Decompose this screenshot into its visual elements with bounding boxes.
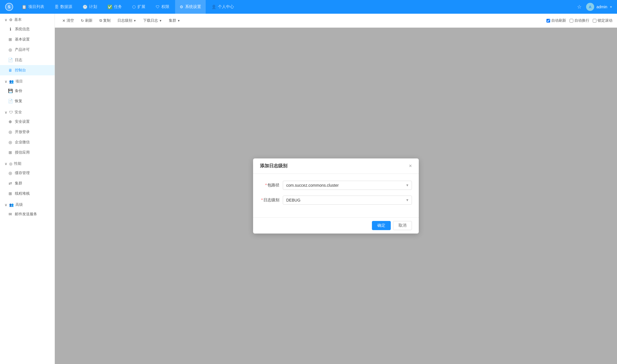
sidebar-item-label-security-settings: 安全设置 bbox=[15, 119, 30, 124]
sidebar-item-basic-settings[interactable]: ⊞ 基本设置 bbox=[0, 34, 55, 45]
sidebar-item-security-settings[interactable]: ⊕ 安全设置 bbox=[0, 116, 55, 127]
auto-switch-checkbox[interactable] bbox=[570, 19, 573, 23]
logo[interactable]: S bbox=[5, 2, 14, 11]
sidebar-item-log[interactable]: 📄 日志 bbox=[0, 55, 55, 65]
nav-label-extend: 扩展 bbox=[137, 4, 145, 9]
sidebar-group-advanced: ∨ 👥 高级 ✉ 邮件发送服务 bbox=[0, 199, 55, 219]
sidebar-item-console[interactable]: 🖥 控制台 bbox=[0, 65, 55, 75]
project-group-icon: 👥 bbox=[9, 79, 14, 84]
download-log-label: 下载日志 bbox=[143, 18, 158, 23]
backup-icon: 💾 bbox=[8, 89, 13, 93]
permission-icon: 🛡 bbox=[156, 5, 160, 9]
logo-icon: S bbox=[5, 3, 13, 11]
sidebar-item-label-trusted-app: 授信应用 bbox=[15, 150, 30, 155]
user-info[interactable]: A admin ▼ bbox=[586, 3, 612, 11]
log-level-dropdown-arrow: ▼ bbox=[133, 19, 136, 22]
sidebar-item-label-system-info: 系统信息 bbox=[15, 27, 30, 32]
username-label: admin bbox=[596, 5, 607, 9]
sidebar-item-open-login[interactable]: ◎ 开放登录 bbox=[0, 127, 55, 137]
sidebar-item-backup[interactable]: 💾 备份 bbox=[0, 86, 55, 96]
log-level-label: 日志级别 bbox=[117, 18, 132, 23]
nav-item-task[interactable]: ✅ 任务 bbox=[103, 0, 127, 14]
extend-icon: ⬡ bbox=[132, 5, 136, 9]
sidebar-item-label-cluster: 集群 bbox=[15, 181, 22, 186]
sidebar-group-title-advanced[interactable]: ∨ 👥 高级 bbox=[0, 199, 55, 209]
open-login-icon: ◎ bbox=[8, 130, 13, 134]
system-settings-icon: ⚙ bbox=[180, 5, 183, 9]
nav-item-system-settings[interactable]: ⚙ 系统设置 bbox=[175, 0, 206, 14]
nav-label-project-list: 项目列表 bbox=[28, 4, 44, 9]
add-log-level-modal: 添加日志级别 × *包路径 com.succez.common bbox=[253, 158, 419, 234]
log-level-dropdown-button[interactable]: 日志级别 ▼ bbox=[115, 17, 139, 25]
auto-switch-checkbox-item[interactable]: 自动换行 bbox=[570, 18, 589, 23]
main-layout: ∨ ⚙ 基本 ℹ 系统信息 ⊞ 基本设置 ◎ 产品许可 📄 日志 🖥 bbox=[0, 14, 617, 364]
cluster-dropdown-arrow: ▼ bbox=[177, 19, 180, 22]
sidebar-group-title-performance[interactable]: ∨ ◎ 性能 bbox=[0, 158, 55, 168]
sidebar-item-wechat[interactable]: ◎ 企业微信 bbox=[0, 137, 55, 147]
auto-refresh-checkbox-item[interactable]: 自动刷新 bbox=[546, 18, 566, 23]
sidebar-item-label-thread-stack: 线程堆栈 bbox=[15, 191, 30, 196]
package-path-select[interactable]: com.succez.commons.cluster bbox=[283, 181, 412, 190]
nav-item-plan[interactable]: 🕐 计划 bbox=[78, 0, 102, 14]
log-icon: 📄 bbox=[8, 58, 13, 62]
avatar: A bbox=[586, 3, 594, 11]
sidebar-group-title-security[interactable]: ∨ 🛡 安全 bbox=[0, 106, 55, 116]
advanced-group-label: 高级 bbox=[15, 202, 23, 207]
package-path-label: *包路径 bbox=[260, 183, 283, 188]
sidebar-item-label-open-login: 开放登录 bbox=[15, 129, 30, 134]
copy-icon: ⧉ bbox=[99, 18, 102, 23]
lock-scroll-checkbox-item[interactable]: 锁定滚动 bbox=[593, 18, 612, 23]
sidebar-group-security: ∨ 🛡 安全 ⊕ 安全设置 ◎ 开放登录 ◎ 企业微信 ⊞ 授信应用 bbox=[0, 106, 55, 158]
wechat-icon: ◎ bbox=[8, 140, 13, 144]
cluster-dropdown-button[interactable]: 集群 ▼ bbox=[166, 17, 183, 25]
sidebar-item-label-wechat: 企业微信 bbox=[15, 140, 30, 145]
modal-overlay: 添加日志级别 × *包路径 com.succez.common bbox=[55, 28, 617, 364]
sidebar-group-title-basic[interactable]: ∨ ⚙ 基本 bbox=[0, 14, 55, 24]
sidebar-item-mail[interactable]: ✉ 邮件发送服务 bbox=[0, 209, 55, 219]
modal-title: 添加日志级别 bbox=[260, 163, 287, 169]
security-group-icon: 🛡 bbox=[9, 110, 13, 114]
system-info-icon: ℹ bbox=[8, 27, 13, 31]
auto-refresh-checkbox[interactable] bbox=[546, 19, 550, 23]
nav-label-permission: 权限 bbox=[161, 4, 169, 9]
basic-group-icon: ⚙ bbox=[9, 18, 13, 22]
clear-label: 清空 bbox=[67, 18, 74, 23]
nav-item-personal[interactable]: 👤 个人中心 bbox=[207, 0, 239, 14]
arrow-down-icon-perf: ∨ bbox=[5, 162, 7, 166]
sidebar-item-cache[interactable]: ◎ 缓存管理 bbox=[0, 168, 55, 178]
basic-group-label: 基本 bbox=[14, 17, 22, 22]
auto-switch-label: 自动换行 bbox=[574, 18, 589, 23]
sidebar-item-restore[interactable]: 📄 恢复 bbox=[0, 96, 55, 106]
refresh-button[interactable]: ↻ 刷新 bbox=[78, 17, 95, 25]
nav-item-project-list[interactable]: 📋 项目列表 bbox=[17, 0, 49, 14]
download-log-dropdown-button[interactable]: 下载日志 ▼ bbox=[140, 17, 165, 25]
log-level-select[interactable]: DEBUG INFO WARN ERROR TRACE bbox=[283, 196, 412, 205]
cancel-button[interactable]: 取消 bbox=[393, 221, 412, 230]
modal-close-button[interactable]: × bbox=[409, 163, 412, 168]
sidebar-item-system-info[interactable]: ℹ 系统信息 bbox=[0, 24, 55, 34]
personal-icon: 👤 bbox=[211, 5, 216, 9]
sidebar-item-license[interactable]: ◎ 产品许可 bbox=[0, 45, 55, 55]
performance-group-label: 性能 bbox=[14, 161, 21, 166]
nav-item-permission[interactable]: 🛡 权限 bbox=[151, 0, 174, 14]
plan-icon: 🕐 bbox=[83, 5, 87, 9]
sidebar-item-trusted-app[interactable]: ⊞ 授信应用 bbox=[0, 147, 55, 158]
cluster-label: 集群 bbox=[169, 18, 176, 23]
sidebar-item-thread-stack[interactable]: ⊞ 线程堆栈 bbox=[0, 188, 55, 199]
nav-item-extend[interactable]: ⬡ 扩展 bbox=[128, 0, 150, 14]
sidebar-group-title-project[interactable]: ∨ 👥 项目 bbox=[0, 75, 55, 86]
copy-button[interactable]: ⧉ 复制 bbox=[97, 17, 113, 25]
star-icon[interactable]: ☆ bbox=[577, 4, 582, 10]
sidebar-group-performance: ∨ ◎ 性能 ◎ 缓存管理 ⇄ 集群 ⊞ 线程堆栈 bbox=[0, 158, 55, 199]
sidebar-item-cluster[interactable]: ⇄ 集群 bbox=[0, 178, 55, 188]
confirm-button[interactable]: 确定 bbox=[372, 221, 391, 230]
lock-scroll-checkbox[interactable] bbox=[593, 19, 596, 23]
basic-settings-icon: ⊞ bbox=[8, 37, 13, 42]
nav-item-datasource[interactable]: 🗄 数据源 bbox=[50, 0, 77, 14]
mail-icon: ✉ bbox=[8, 212, 13, 216]
clear-icon: ✕ bbox=[62, 19, 65, 23]
arrow-down-icon-security: ∨ bbox=[5, 110, 7, 114]
clear-button[interactable]: ✕ 清空 bbox=[59, 17, 77, 25]
security-settings-icon: ⊕ bbox=[8, 119, 13, 124]
top-navigation: S 📋 项目列表 🗄 数据源 🕐 计划 ✅ 任务 ⬡ 扩展 🛡 权限 ⚙ 系统设… bbox=[0, 0, 617, 14]
